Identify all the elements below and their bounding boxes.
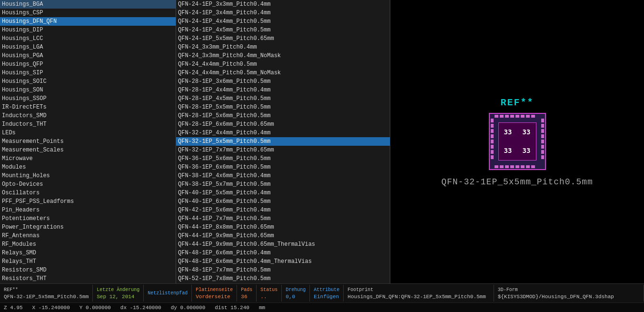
library-item[interactable]: Measurement_Points bbox=[0, 137, 176, 146]
zoom-label: Z 4.95 bbox=[4, 305, 23, 311]
pad bbox=[491, 124, 494, 128]
pad bbox=[510, 115, 514, 118]
pads-left bbox=[491, 119, 494, 159]
status-status-label: Status bbox=[260, 287, 277, 293]
footprint-item[interactable]: QFN-36-1EP_5x6mm_Pitch0.5mm bbox=[176, 154, 390, 163]
library-item[interactable]: Housings_LCC bbox=[0, 34, 176, 43]
status-bar: REF** QFN-32-1EP_5x5mm_Pitch0.5mm Letzte… bbox=[0, 283, 644, 302]
footprint-item[interactable]: QFN-24-1EP_3x4mm_Pitch0.4mm bbox=[176, 9, 390, 17]
footprint-item[interactable]: QFN-24-1EP_4x4mm_Pitch0.5mm bbox=[176, 17, 390, 26]
library-item[interactable]: Housings_DIP bbox=[0, 26, 176, 34]
main-area: Housings_BGAHousings_CSPHousings_DFN_QFN… bbox=[0, 0, 644, 283]
footprint-item[interactable]: QFN-44-1EP_9x9mm_Pitch0.65mm_ThermalVias bbox=[176, 240, 390, 249]
footprint-item[interactable]: QFN-42-1EP_5x6mm_Pitch0.4mm bbox=[176, 206, 390, 214]
library-item[interactable]: Relays_THT bbox=[0, 257, 176, 266]
footprint-item[interactable]: QFN-24_3x3mm_Pitch0.4mm bbox=[176, 43, 390, 51]
library-item[interactable]: Housings_BGA bbox=[0, 0, 176, 9]
library-item[interactable]: PFF_PSF_PSS_Leadforms bbox=[0, 197, 176, 206]
pad bbox=[500, 115, 504, 118]
dy-value: 0.000000 bbox=[180, 305, 205, 311]
library-item[interactable]: Power_Integrations bbox=[0, 223, 176, 231]
pad bbox=[526, 165, 530, 168]
footprint-item[interactable]: QFN-24-1EP_4x5mm_Pitch0.5mm bbox=[176, 26, 390, 34]
status-attribute: Attribute Einfügen bbox=[310, 285, 344, 302]
footprint-item[interactable]: QFN-38-1EP_4x6mm_Pitch0.4mm bbox=[176, 171, 390, 180]
footprint-item[interactable]: QFN-40-1EP_6x6mm_Pitch0.5mm bbox=[176, 197, 390, 206]
footprint-item[interactable]: QFN-28-1EP_3x6mm_Pitch0.5mm bbox=[176, 77, 390, 86]
footprint-item[interactable]: QFN-52-1EP_7x8mm_Pitch0.5mm bbox=[176, 274, 390, 283]
library-item[interactable]: RF_Modules bbox=[0, 240, 176, 249]
footprint-item[interactable]: QFN-32-1EP_7x7mm_Pitch0.65mm bbox=[176, 146, 390, 154]
library-panel[interactable]: Housings_BGAHousings_CSPHousings_DFN_QFN… bbox=[0, 0, 176, 283]
footprint-item[interactable]: QFN-32-1EP_5x5mm_Pitch0.5mm bbox=[176, 137, 390, 146]
pad bbox=[510, 165, 514, 168]
status-rotation: Drehung 0,0 bbox=[282, 285, 310, 302]
status-footprint: Footprint Housings_DFN_QFN:QFN-32-1EP_5x… bbox=[344, 285, 494, 302]
library-item[interactable]: Housings_SOIC bbox=[0, 77, 176, 86]
dx-coord: dx -15.240000 bbox=[120, 305, 161, 311]
y-value: 0.000000 bbox=[86, 305, 111, 311]
library-item[interactable]: Pin_Headers bbox=[0, 206, 176, 214]
footprint-item[interactable]: QFN-40-1EP_5x5mm_Pitch0.4mm bbox=[176, 189, 390, 197]
footprint-item[interactable]: QFN-38-1EP_5x7mm_Pitch0.5mm bbox=[176, 180, 390, 189]
library-item[interactable]: Housings_SIP bbox=[0, 69, 176, 77]
pad bbox=[491, 145, 494, 149]
y-coord: Y 0.000000 bbox=[79, 305, 111, 311]
chip-inner: 33 33 33 33 bbox=[498, 122, 536, 161]
footprint-item[interactable]: QFN-56-1EP_7x7mm_Pitch0.4mm bbox=[176, 283, 390, 283]
pad bbox=[495, 165, 498, 168]
footprint-item[interactable]: QFN-32-1EP_4x4mm_Pitch0.4mm bbox=[176, 129, 390, 137]
footprint-item[interactable]: QFN-36-1EP_6x6mm_Pitch0.5mm bbox=[176, 163, 390, 171]
library-item[interactable]: RF_Antennas bbox=[0, 231, 176, 240]
status-pads-label: Pads bbox=[241, 287, 252, 293]
footprint-item[interactable]: QFN-24-1EP_3x3mm_Pitch0.4mm bbox=[176, 0, 390, 9]
library-item[interactable]: Inductors_SMD bbox=[0, 111, 176, 120]
footprint-item[interactable]: QFN-28-1EP_6x6mm_Pitch0.65mm bbox=[176, 120, 390, 129]
footprint-panel[interactable]: QFN-20-1EP_3x4mm_Pitch0.5mmQFN-20-1EP_4x… bbox=[176, 0, 390, 283]
library-item[interactable]: Housings_PGA bbox=[0, 51, 176, 60]
library-item[interactable]: Housings_QFP bbox=[0, 60, 176, 69]
library-item[interactable]: LEDs bbox=[0, 129, 176, 137]
library-item[interactable]: Housings_CSP bbox=[0, 9, 176, 17]
library-item[interactable]: Measurement_Scales bbox=[0, 146, 176, 154]
footprint-item[interactable]: QFN-28-1EP_5x6mm_Pitch0.5mm bbox=[176, 111, 390, 120]
pad bbox=[495, 115, 498, 118]
footprint-item[interactable]: QFN-28-1EP_5x5mm_Pitch0.5mm bbox=[176, 103, 390, 111]
footprint-item[interactable]: QFN-28-1EP_4x5mm_Pitch0.5mm bbox=[176, 94, 390, 103]
footprint-item[interactable]: QFN-44-1EP_9x9mm_Pitch0.65mm bbox=[176, 231, 390, 240]
library-item[interactable]: Resistors_THT bbox=[0, 274, 176, 283]
status-rotation-value: 0,0 bbox=[286, 293, 306, 300]
status-attribute-label: Attribute bbox=[314, 287, 339, 293]
library-item[interactable]: Housings_SON bbox=[0, 86, 176, 94]
library-item[interactable]: Mounting_Holes bbox=[0, 171, 176, 180]
footprint-item[interactable]: QFN-24_4x4mm_Pitch0.5mm bbox=[176, 60, 390, 69]
footprint-item[interactable]: QFN-24_3x3mm_Pitch0.4mm_NoMask bbox=[176, 51, 390, 60]
pads-right bbox=[541, 119, 544, 159]
pad bbox=[541, 140, 544, 143]
footprint-item[interactable]: QFN-24-1EP_5x5mm_Pitch0.65mm bbox=[176, 34, 390, 43]
library-item[interactable]: Housings_SSOP bbox=[0, 94, 176, 103]
library-item[interactable]: Potentiometers bbox=[0, 214, 176, 223]
library-item[interactable]: Housings_LGA bbox=[0, 43, 176, 51]
footprint-item[interactable]: QFN-44-1EP_7x7mm_Pitch0.5mm bbox=[176, 214, 390, 223]
pad bbox=[515, 115, 519, 118]
footprint-item[interactable]: QFN-28-1EP_4x4mm_Pitch0.4mm bbox=[176, 86, 390, 94]
footprint-item[interactable]: QFN-24_4x4mm_Pitch0.5mm_NoMask bbox=[176, 69, 390, 77]
footprint-item[interactable]: QFN-44-1EP_8x8mm_Pitch0.65mm bbox=[176, 223, 390, 231]
pads-top bbox=[495, 115, 535, 118]
footprint-item[interactable]: QFN-48-1EP_6x6mm_Pitch0.4mm bbox=[176, 249, 390, 257]
pad bbox=[491, 129, 494, 133]
library-item[interactable]: IR-DirectFETs bbox=[0, 103, 176, 111]
library-item[interactable]: Oscillators bbox=[0, 189, 176, 197]
footprint-item[interactable]: QFN-48-1EP_6x6mm_Pitch0.4mm_ThermalVias bbox=[176, 257, 390, 266]
library-item[interactable]: Microwave bbox=[0, 154, 176, 163]
library-item[interactable]: Resistors_SMD bbox=[0, 266, 176, 274]
footprint-item[interactable]: QFN-48-1EP_7x7mm_Pitch0.5mm bbox=[176, 266, 390, 274]
library-item[interactable]: Inductors_THT bbox=[0, 120, 176, 129]
pad bbox=[491, 134, 494, 138]
pad bbox=[541, 119, 544, 122]
library-item[interactable]: Modules bbox=[0, 163, 176, 171]
library-item[interactable]: Relays_SMD bbox=[0, 249, 176, 257]
library-item[interactable]: Opto-Devices bbox=[0, 180, 176, 189]
library-item[interactable]: Housings_DFN_QFN bbox=[0, 17, 176, 26]
